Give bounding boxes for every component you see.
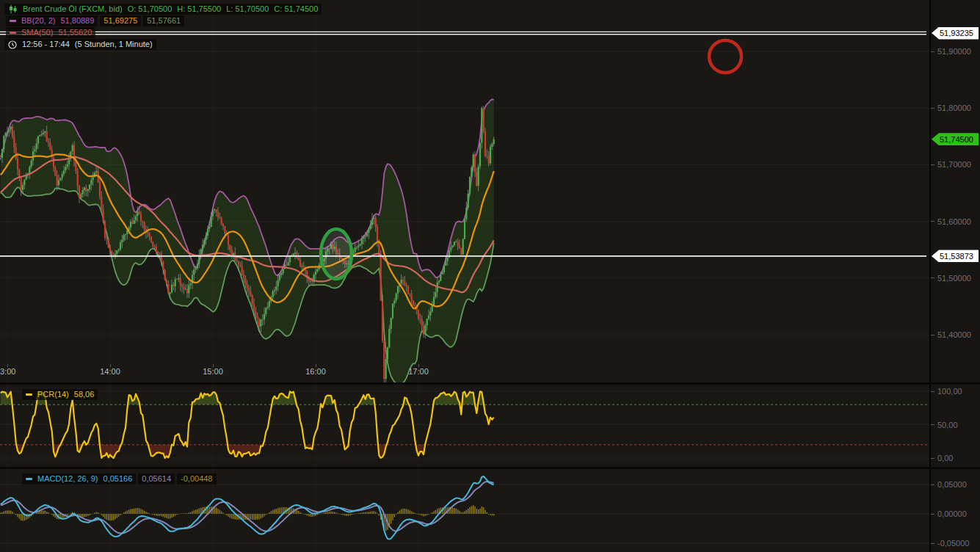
macd-signal-line: [1, 482, 494, 534]
pcr-value: 58,06: [74, 390, 95, 399]
pcr-legend-row[interactable]: PCR(14) 58,06: [22, 389, 98, 400]
time-label: 16:00: [305, 367, 326, 376]
last-price-badge[interactable]: 51,74500: [932, 133, 979, 145]
clock-icon: [8, 40, 17, 49]
time-axis[interactable]: 3:0014:0015:0016:0017:00: [0, 364, 929, 382]
bb-label: BB(20, 2): [21, 16, 55, 26]
sma-label: SMA(50): [21, 28, 53, 37]
time-range-value: 12:56 - 17:44: [22, 40, 70, 49]
ohlc-close: C: 51,74500: [274, 4, 318, 14]
level-price-badge[interactable]: 51,93235: [932, 27, 979, 40]
pane-separator-main-pcr[interactable]: [0, 382, 980, 385]
bb-upper-value: 51,80889: [60, 16, 94, 26]
price-tick-label: 51,40000: [931, 330, 971, 339]
sma-swatch-icon: [10, 32, 16, 34]
price-tick-label: 51,50000: [931, 274, 971, 283]
pcr-label: PCR(14): [37, 390, 69, 399]
symbol-legend-row[interactable]: Brent Crude Öl (FXCM, bid) O: 51,70500 H…: [4, 4, 322, 15]
sma-legend-row[interactable]: SMA(50) 51,55620: [6, 27, 95, 38]
macd-signal-value: 0,05614: [142, 474, 171, 484]
bb-lower-value: 51,57661: [147, 16, 181, 26]
main-price-pane: [0, 99, 495, 389]
price-tick-label: 100,00: [931, 387, 962, 396]
level-price-badge[interactable]: 51,53873: [932, 250, 979, 262]
ohlc-low: L: 51,70500: [226, 4, 269, 14]
price-tick-label: 0,05000: [931, 480, 967, 489]
symbol-name: Brent Crude Öl (FXCM, bid): [23, 4, 123, 14]
drawing-green-ellipse[interactable]: [321, 229, 352, 279]
price-tick-label: 51,60000: [931, 217, 971, 226]
price-tick-label: 51,70000: [931, 160, 971, 169]
price-tick-label: 51,90000: [931, 47, 971, 56]
macd-legend-row[interactable]: MACD(12, 26, 9) 0,05166 0,05614 -0,00448: [22, 473, 217, 484]
macd-histogram-value: -0,00448: [181, 474, 212, 484]
price-axis-panel[interactable]: 51,9000051,8000051,7000051,6000051,50000…: [929, 0, 980, 552]
price-tick-label: 50,00: [931, 421, 958, 429]
bollinger-legend-row[interactable]: BB(20, 2) 51,80889 51,69275 51,57661: [6, 15, 184, 26]
time-label: 3:00: [0, 367, 15, 376]
candlestick-icon: [8, 4, 18, 14]
time-range-detail: (5 Stunden, 1 Minute): [75, 40, 153, 49]
pcr-swatch-icon: [26, 393, 32, 396]
bb-swatch-icon: [10, 20, 16, 22]
macd-label: MACD(12, 26, 9): [37, 474, 98, 484]
macd-line: [1, 476, 494, 540]
time-label: 17:00: [408, 367, 429, 376]
price-tick-label: 0,00: [931, 454, 953, 462]
chart-canvas[interactable]: [0, 0, 929, 552]
sma-value: 51,55620: [58, 28, 92, 37]
drawing-red-circle[interactable]: [709, 40, 741, 73]
time-label: 14:00: [100, 367, 120, 376]
time-label: 15:00: [203, 367, 223, 376]
macd-pane: [0, 476, 494, 540]
macd-swatch-icon: [26, 478, 32, 480]
time-range-row: 12:56 - 17:44 (5 Stunden, 1 Minute): [4, 39, 156, 50]
price-tick-label: 0,00000: [931, 509, 967, 518]
price-tick-label: -0,05000: [931, 539, 969, 548]
ohlc-open: O: 51,70500: [128, 4, 173, 14]
bb-middle-value: 51,69275: [104, 16, 137, 26]
ohlc-high: H: 51,75500: [177, 4, 221, 14]
trading-chart-window: Brent Crude Öl (FXCM, bid) O: 51,70500 H…: [0, 0, 980, 552]
price-tick-label: 51,80000: [931, 104, 971, 112]
macd-value: 0,05166: [104, 474, 133, 484]
pane-separator-pcr-macd[interactable]: [0, 467, 980, 469]
